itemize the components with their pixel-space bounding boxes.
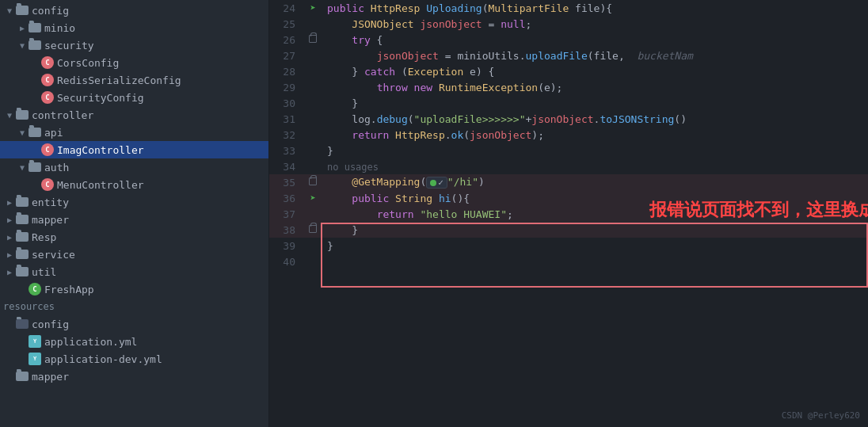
line-number: 27 [269, 48, 305, 63]
folder-icon [16, 232, 29, 242]
table-row: 39 } [269, 238, 868, 254]
line-number: 33 [269, 143, 305, 158]
folder-icon [16, 372, 29, 381]
table-row: 28 } catch (Exception e) { [269, 63, 868, 79]
arrow-icon [3, 248, 16, 261]
table-row: 33 } [269, 143, 868, 158]
sidebar-item-label: application-dev.yml [44, 353, 268, 365]
arrow-icon [3, 4, 16, 17]
code-line: no usages [321, 158, 868, 174]
table-row: 37 return "hello HUAWEI"; [269, 206, 868, 222]
code-editor[interactable]: 24 ➤ public HttpResp Uploading(Multipart… [269, 0, 868, 427]
sidebar-item-label: auth [44, 162, 268, 173]
class-icon: C [41, 56, 54, 69]
folder-icon [16, 110, 29, 120]
code-line: public HttpResp Uploading(MultipartFile … [321, 0, 868, 16]
sidebar-item-label: Resp [32, 231, 268, 243]
sidebar-item-entity[interactable]: entity [0, 193, 268, 211]
code-line [321, 254, 868, 269]
sidebar-item-mapper-res[interactable]: mapper [0, 368, 268, 385]
sidebar-item-application-yml[interactable]: Y application.yml [0, 333, 268, 350]
folder-icon [29, 23, 41, 32]
arrow-icon [16, 126, 29, 139]
sidebar-item-securityconfig[interactable]: C SecurityConfig [0, 89, 268, 106]
code-line: throw new RuntimeException(e); [321, 79, 868, 95]
code-line: log.debug("uploadFile>>>>>>"+jsonObject.… [321, 111, 868, 127]
sidebar-item-label: minio [44, 22, 268, 34]
line-number: 37 [269, 206, 305, 222]
sidebar-item-imagcontroller[interactable]: C ImagController [0, 141, 268, 158]
line-number: 25 [269, 16, 305, 32]
watermark: CSDN @Perley620 [782, 410, 860, 421]
line-gutter: ➤ [305, 190, 321, 206]
table-row: 25 JSONObject jsonObject = null; [269, 16, 868, 32]
sidebar-item-service[interactable]: service [0, 246, 268, 263]
sidebar-item-label: controller [32, 109, 268, 121]
sidebar-item-util[interactable]: util [0, 263, 268, 280]
arrow-icon [3, 196, 16, 208]
line-gutter: ➤ [305, 0, 321, 16]
arrow-icon [16, 161, 29, 173]
sidebar-item-redisserializeconfig[interactable]: C RedisSerializeConfig [0, 71, 268, 89]
lock-icon [309, 177, 317, 185]
table-row: 35 @GetMapping(✓"/hi") [269, 174, 868, 190]
table-row: 40 [269, 254, 868, 269]
line-number: 40 [269, 254, 305, 269]
line-number: 30 [269, 95, 305, 111]
sidebar-item-security[interactable]: security [0, 36, 268, 54]
line-gutter [305, 63, 321, 79]
sidebar-item-controller[interactable]: controller [0, 106, 268, 124]
line-number: 39 [269, 238, 305, 254]
sidebar-item-freshapp[interactable]: C FreshApp [0, 280, 268, 298]
line-gutter [305, 16, 321, 32]
sidebar-item-label: security [44, 40, 268, 51]
code-line: } [321, 238, 868, 254]
arrow-icon [16, 39, 29, 51]
class-icon: C [41, 91, 54, 104]
class-icon: C [41, 178, 54, 191]
code-table: 24 ➤ public HttpResp Uploading(Multipart… [269, 0, 868, 269]
sidebar-item-label: CorsConfig [57, 57, 268, 69]
code-line: } [321, 143, 868, 158]
line-number: 34 [269, 158, 305, 174]
line-number: 38 [269, 222, 305, 238]
line-number: 35 [269, 174, 305, 190]
folder-icon [16, 250, 29, 259]
table-row: 34 no usages [269, 158, 868, 174]
sidebar-item-auth[interactable]: auth [0, 158, 268, 176]
line-number: 29 [269, 79, 305, 95]
sidebar-item-application-dev-yml[interactable]: Y application-dev.yml [0, 350, 268, 368]
sidebar-item-config-res[interactable]: config [0, 315, 268, 333]
sidebar-resources-label: resources [0, 298, 268, 315]
class-icon: C [41, 143, 54, 156]
arrow-icon [3, 265, 16, 278]
file-tree[interactable]: config minio security C CorsConfig C Red… [0, 0, 269, 427]
sidebar-item-label: config [32, 5, 268, 17]
sidebar-item-label: ImagController [57, 144, 268, 156]
line-gutter [305, 32, 321, 48]
sidebar-item-api[interactable]: api [0, 124, 268, 141]
code-line: @GetMapping(✓"/hi") [321, 174, 868, 190]
folder-icon [16, 6, 29, 15]
sidebar-item-corsconfig[interactable]: C CorsConfig [0, 54, 268, 71]
annotation-bubble: ✓ [426, 177, 447, 189]
line-gutter [305, 174, 321, 190]
folder-icon [16, 319, 29, 329]
sidebar-item-mapper[interactable]: mapper [0, 211, 268, 228]
yaml-icon: Y [29, 353, 41, 365]
sidebar-item-label: resources [3, 301, 268, 312]
sidebar-item-minio[interactable]: minio [0, 19, 268, 36]
no-usages-label: no usages [327, 162, 379, 173]
line-gutter [305, 206, 321, 222]
lock-icon [309, 225, 317, 233]
sidebar-item-menucontroller[interactable]: C MenuController [0, 176, 268, 193]
sidebar-item-config[interactable]: config [0, 2, 268, 19]
line-number: 24 [269, 0, 305, 16]
folder-icon [29, 40, 41, 50]
sidebar-item-resp[interactable]: Resp [0, 228, 268, 246]
code-line: } catch (Exception e) { [321, 63, 868, 79]
sidebar-item-label: FreshApp [44, 284, 268, 295]
folder-icon [29, 162, 41, 172]
line-gutter [305, 48, 321, 63]
code-line: return HttpResp.ok(jsonObject); [321, 127, 868, 143]
